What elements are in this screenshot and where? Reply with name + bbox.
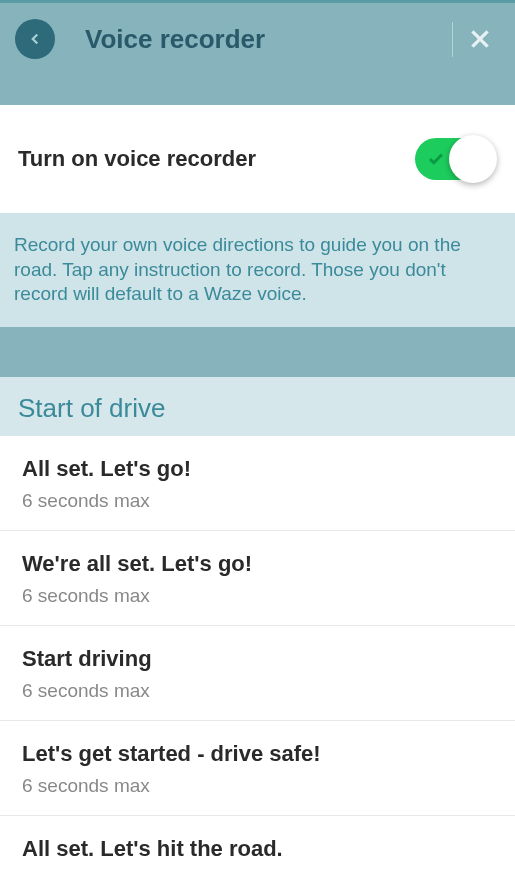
spacer — [0, 75, 515, 105]
instruction-duration: 6 seconds max — [22, 585, 493, 607]
close-icon — [467, 26, 493, 52]
instruction-item[interactable]: Start driving 6 seconds max — [0, 626, 515, 721]
chevron-left-icon — [26, 30, 44, 48]
back-button[interactable] — [15, 19, 55, 59]
toggle-row: Turn on voice recorder — [0, 105, 515, 213]
info-text: Record your own voice directions to guid… — [14, 233, 501, 307]
close-button[interactable] — [460, 19, 500, 59]
instruction-item[interactable]: Let's get started - drive safe! 6 second… — [0, 721, 515, 816]
page-title: Voice recorder — [85, 24, 265, 55]
section-header: Start of drive — [0, 377, 515, 436]
instruction-title: Let's get started - drive safe! — [22, 741, 493, 767]
instruction-duration: 6 seconds max — [22, 775, 493, 797]
voice-recorder-toggle[interactable] — [415, 135, 497, 183]
toggle-thumb — [449, 135, 497, 183]
instruction-item[interactable]: All set. Let's go! 6 seconds max — [0, 436, 515, 531]
instruction-item[interactable]: We're all set. Let's go! 6 seconds max — [0, 531, 515, 626]
instruction-title: All set. Let's hit the road. — [22, 836, 493, 862]
check-icon — [427, 150, 445, 168]
instruction-duration: 6 seconds max — [22, 680, 493, 702]
info-panel: Record your own voice directions to guid… — [0, 213, 515, 327]
instruction-item[interactable]: All set. Let's hit the road. 6 seconds m… — [0, 816, 515, 869]
divider — [452, 22, 453, 57]
toggle-label: Turn on voice recorder — [18, 146, 256, 172]
instruction-duration: 6 seconds max — [22, 490, 493, 512]
instruction-title: All set. Let's go! — [22, 456, 493, 482]
header-bar: Voice recorder — [0, 0, 515, 75]
instruction-list: All set. Let's go! 6 seconds max We're a… — [0, 436, 515, 869]
section-title: Start of drive — [18, 393, 497, 424]
instruction-title: We're all set. Let's go! — [22, 551, 493, 577]
spacer — [0, 327, 515, 377]
instruction-title: Start driving — [22, 646, 493, 672]
